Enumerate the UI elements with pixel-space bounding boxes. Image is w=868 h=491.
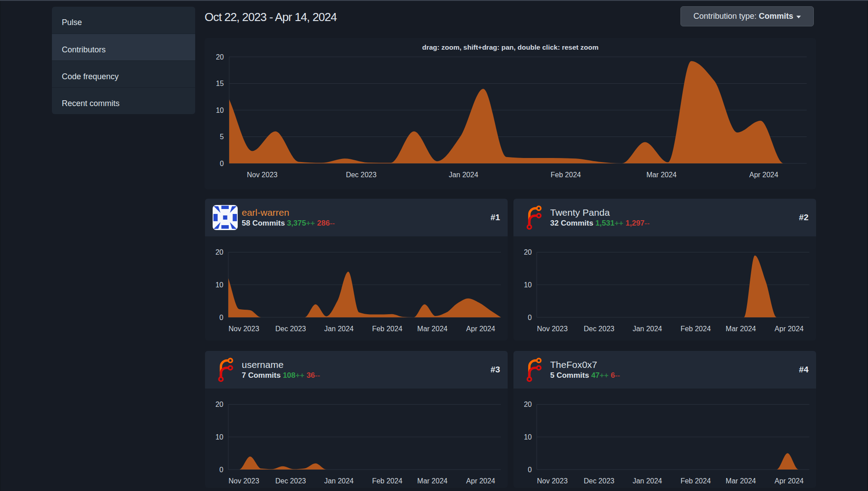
- svg-text:10: 10: [524, 433, 532, 441]
- svg-text:20: 20: [216, 53, 224, 61]
- svg-text:drag: zoom, shift+drag: pan, d: drag: zoom, shift+drag: pan, double clic…: [422, 43, 599, 51]
- svg-text:Mar 2024: Mar 2024: [417, 477, 448, 485]
- svg-text:Jan 2024: Jan 2024: [324, 477, 354, 485]
- svg-text:Apr 2024: Apr 2024: [466, 477, 495, 485]
- svg-text:Nov 2023: Nov 2023: [229, 477, 260, 485]
- svg-text:20: 20: [215, 248, 223, 256]
- svg-text:5: 5: [220, 133, 224, 141]
- svg-text:Feb 2024: Feb 2024: [372, 325, 402, 333]
- svg-text:Jan 2024: Jan 2024: [449, 171, 478, 179]
- svg-text:10: 10: [215, 281, 223, 289]
- svg-text:10: 10: [216, 107, 224, 114]
- svg-text:10: 10: [215, 433, 223, 441]
- svg-text:Jan 2024: Jan 2024: [324, 325, 354, 333]
- svg-text:Feb 2024: Feb 2024: [372, 477, 402, 485]
- svg-text:Dec 2023: Dec 2023: [275, 477, 306, 485]
- svg-text:Nov 2023: Nov 2023: [229, 325, 260, 333]
- svg-text:15: 15: [216, 80, 224, 87]
- svg-text:Apr 2024: Apr 2024: [749, 171, 778, 179]
- svg-text:Dec 2023: Dec 2023: [346, 171, 377, 179]
- svg-text:Apr 2024: Apr 2024: [774, 477, 804, 485]
- svg-text:0: 0: [528, 466, 532, 474]
- svg-text:0: 0: [220, 160, 224, 167]
- svg-text:Mar 2024: Mar 2024: [726, 477, 756, 485]
- svg-text:Mar 2024: Mar 2024: [726, 325, 756, 333]
- svg-text:Mar 2024: Mar 2024: [646, 171, 677, 179]
- svg-text:20: 20: [215, 401, 223, 408]
- svg-text:Nov 2023: Nov 2023: [537, 477, 568, 485]
- svg-text:10: 10: [524, 281, 532, 289]
- svg-text:Apr 2024: Apr 2024: [466, 325, 495, 333]
- svg-text:Feb 2024: Feb 2024: [680, 477, 711, 485]
- svg-text:20: 20: [524, 401, 532, 408]
- svg-text:Mar 2024: Mar 2024: [417, 325, 448, 333]
- svg-text:Apr 2024: Apr 2024: [774, 325, 804, 333]
- svg-text:Nov 2023: Nov 2023: [537, 325, 568, 333]
- svg-text:0: 0: [219, 466, 223, 474]
- svg-text:Jan 2024: Jan 2024: [633, 325, 662, 333]
- svg-text:Dec 2023: Dec 2023: [275, 325, 306, 333]
- svg-text:20: 20: [524, 248, 532, 256]
- svg-text:0: 0: [219, 314, 223, 321]
- svg-text:Feb 2024: Feb 2024: [680, 325, 711, 333]
- svg-text:Jan 2024: Jan 2024: [633, 477, 662, 485]
- svg-text:Feb 2024: Feb 2024: [551, 171, 581, 179]
- svg-text:Dec 2023: Dec 2023: [584, 477, 615, 485]
- svg-text:Nov 2023: Nov 2023: [247, 171, 278, 179]
- svg-text:0: 0: [528, 314, 532, 321]
- svg-text:Dec 2023: Dec 2023: [584, 325, 615, 333]
